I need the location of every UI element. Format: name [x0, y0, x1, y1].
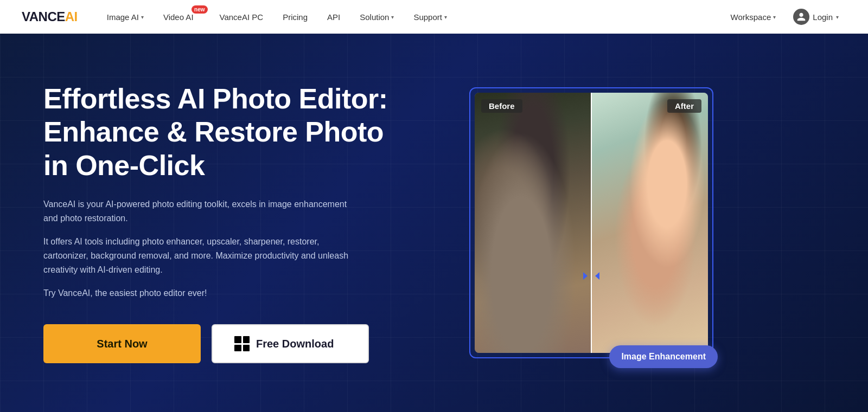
nav-item-api[interactable]: API — [317, 0, 350, 34]
windows-icon — [234, 336, 250, 351]
before-image — [475, 93, 591, 353]
enhancement-badge: Image Enhancement — [609, 345, 718, 368]
svg-marker-1 — [595, 272, 599, 280]
logo-ai: AI — [65, 9, 78, 24]
nav-item-pricing[interactable]: Pricing — [273, 0, 317, 34]
free-download-button[interactable]: Free Download — [212, 324, 369, 363]
login-button[interactable]: Login ▾ — [786, 0, 846, 34]
after-image — [591, 93, 708, 353]
nav-item-support[interactable]: Support ▾ — [404, 0, 457, 34]
hero-section: Effortless AI Photo Editor:Enhance & Res… — [0, 34, 868, 412]
nav-item-vanceai-pc[interactable]: VanceAI PC — [210, 0, 273, 34]
hero-desc-2: It offers AI tools including photo enhan… — [43, 235, 363, 278]
woman-background — [591, 93, 708, 353]
chevron-down-icon: ▾ — [836, 14, 839, 20]
nav-item-solution[interactable]: Solution ▾ — [350, 0, 404, 34]
avatar-icon — [793, 9, 809, 25]
hero-right: Before After Image Enhancement — [456, 87, 727, 358]
logo[interactable]: VANCEAI — [22, 9, 78, 24]
nav-items: Image AI ▾ Video AI new VanceAI PC Prici… — [97, 0, 723, 34]
divider-line — [591, 93, 592, 353]
nav-item-image-ai[interactable]: Image AI ▾ — [97, 0, 154, 34]
hero-left: Effortless AI Photo Editor:Enhance & Res… — [43, 82, 423, 363]
hero-title: Effortless AI Photo Editor:Enhance & Res… — [43, 82, 423, 182]
svg-marker-0 — [583, 272, 588, 280]
workspace-button[interactable]: Workspace ▾ — [723, 0, 784, 34]
nav-item-video-ai[interactable]: Video AI new — [154, 0, 210, 34]
new-badge: new — [192, 5, 207, 14]
hero-desc-3: Try VanceAI, the easiest photo editor ev… — [43, 286, 363, 300]
image-frame: Before After Image Enhancement — [469, 87, 713, 358]
hero-buttons: Start Now Free Download — [43, 324, 423, 363]
navbar: VANCEAI Image AI ▾ Video AI new VanceAI … — [0, 0, 868, 34]
before-after-container: Before After — [475, 93, 708, 353]
chevron-down-icon: ▾ — [391, 14, 394, 20]
logo-vance: VANCE — [22, 9, 65, 24]
before-label: Before — [481, 99, 522, 113]
divider-handle — [583, 268, 599, 288]
hero-desc-1: VanceAI is your AI-powered photo editing… — [43, 197, 363, 226]
chevron-down-icon: ▾ — [773, 14, 776, 20]
chevron-down-icon: ▾ — [444, 14, 447, 20]
after-label: After — [667, 99, 701, 113]
nav-right: Workspace ▾ Login ▾ — [723, 0, 846, 34]
chevron-down-icon: ▾ — [141, 14, 144, 20]
dog-background — [475, 93, 591, 353]
start-now-button[interactable]: Start Now — [43, 324, 201, 363]
